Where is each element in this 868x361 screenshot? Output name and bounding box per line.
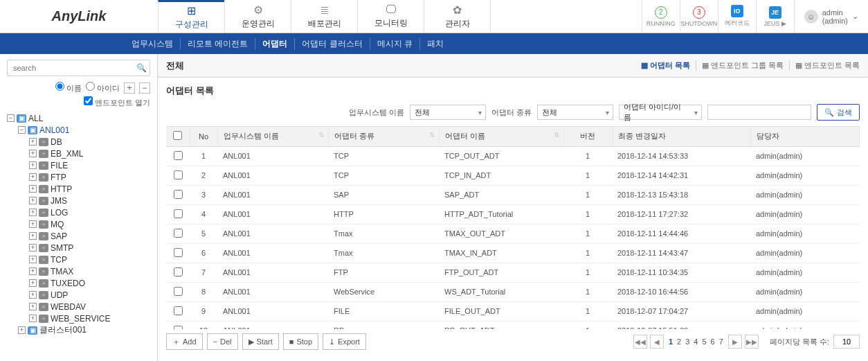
tree-item-web_service[interactable]: +▫WEB_SERVICE [29, 312, 150, 324]
filter-biz-select[interactable]: 전체 [410, 105, 486, 120]
page-7[interactable]: 7 [717, 337, 725, 346]
page-2[interactable]: 2 [675, 337, 683, 346]
tree-item-db[interactable]: +▫DB [29, 136, 150, 148]
table-row[interactable]: 8ANL001WebServiceWS_ADT_Tutorial12018-12… [166, 282, 860, 301]
search-button[interactable]: 🔍검색 [817, 104, 860, 121]
minus-icon[interactable]: − [7, 114, 15, 122]
table-row[interactable]: 5ANL001TmaxTMAX_OUT_ADT12018-12-11 14:44… [166, 224, 860, 243]
table-row[interactable]: 2ANL001TCPTCP_IN_ADT12018-12-14 14:42:31… [166, 166, 860, 185]
sidebar-search[interactable]: 🔍 [7, 60, 150, 76]
subnav-2[interactable]: 어댑터 [255, 38, 295, 50]
filter-idname-select[interactable]: 어댑터 아이디/이름 [619, 105, 702, 120]
tab-2[interactable]: ≣배포관리 [291, 0, 357, 33]
plus-icon[interactable]: + [29, 197, 37, 204]
select-all-checkbox[interactable] [173, 131, 182, 140]
minus-icon[interactable]: − [18, 126, 26, 134]
tree-anl001[interactable]: −▣ANL001 [18, 124, 150, 136]
export-button[interactable]: ⤓Export [323, 333, 366, 350]
page-3[interactable]: 3 [683, 337, 691, 346]
row-checkbox[interactable] [174, 229, 183, 238]
filter-type-select[interactable]: 전체 [537, 105, 613, 120]
search-icon[interactable]: 🔍 [136, 63, 147, 73]
pager-first[interactable]: ◀◀ [633, 335, 647, 349]
tab-3[interactable]: 🖵모니터링 [357, 0, 424, 33]
row-checkbox[interactable] [174, 151, 183, 160]
subnav-1[interactable]: 리모트 에이전트 [181, 38, 255, 50]
status-shutdown[interactable]: 3 SHUTDOWN [680, 0, 718, 33]
row-checkbox[interactable] [174, 306, 183, 315]
status-errorcode[interactable]: IO 에러코드 [718, 0, 756, 33]
start-button[interactable]: ▶Start [242, 333, 279, 350]
col-ver[interactable]: 버전 [563, 127, 612, 146]
tree-item-webdav[interactable]: +▫WEBDAV [29, 301, 150, 312]
table-row[interactable]: 6ANL001TmaxTMAX_IN_ADT12018-12-11 14:43:… [166, 243, 860, 263]
perpage-input[interactable] [833, 335, 860, 349]
plus-icon[interactable]: + [29, 209, 37, 216]
plus-icon[interactable]: + [18, 326, 26, 334]
plus-icon[interactable]: + [29, 267, 37, 275]
tree-item-jms[interactable]: +▫JMS [29, 195, 150, 206]
table-row[interactable]: 9ANL001FILEFILE_OUT_ADT12018-12-07 17:04… [166, 301, 860, 321]
view-link-0[interactable]: ▦ 어댑터 목록 [635, 60, 690, 71]
tab-1[interactable]: ⚙운영관리 [224, 0, 291, 33]
plus-icon[interactable]: + [29, 150, 37, 157]
page-1[interactable]: 1 [667, 337, 675, 346]
add-button[interactable]: ＋Add [166, 333, 203, 350]
subnav-5[interactable]: 패치 [420, 38, 451, 50]
search-input[interactable] [10, 64, 136, 72]
plus-icon[interactable]: + [29, 161, 37, 169]
stop-button[interactable]: ■Stop [283, 333, 318, 350]
page-6[interactable]: 6 [709, 337, 717, 346]
del-button[interactable]: −Del [207, 333, 238, 350]
tree-item-ftp[interactable]: +▫FTP [29, 171, 150, 183]
tree-item-tmax[interactable]: +▫TMAX [29, 265, 150, 277]
subnav-0[interactable]: 업무시스템 [125, 38, 181, 50]
tree-item-mq[interactable]: +▫MQ [29, 218, 150, 230]
view-link-2[interactable]: ▦ 엔드포인트 목록 [789, 60, 860, 71]
tree-item-tuxedo[interactable]: +▫TUXEDO [29, 277, 150, 289]
status-running[interactable]: 2 RUNNING [642, 0, 680, 33]
row-checkbox[interactable] [174, 170, 183, 179]
pager-last[interactable]: ▶▶ [745, 335, 759, 349]
radio-id[interactable]: 아이디 [86, 82, 120, 94]
col-type[interactable]: 어댑터 종류⇅ [328, 127, 439, 146]
col-no[interactable]: No [190, 127, 217, 146]
tree-item-tcp[interactable]: +▫TCP [29, 254, 150, 265]
row-checkbox[interactable] [174, 248, 183, 257]
row-checkbox[interactable] [174, 267, 183, 276]
col-owner[interactable]: 담당자 [750, 127, 860, 146]
table-row[interactable]: 7ANL001FTPFTP_OUT_ADT12018-12-11 10:34:3… [166, 263, 860, 282]
plus-icon[interactable]: + [29, 138, 37, 146]
col-date[interactable]: 최종 변경일자 [612, 127, 750, 146]
plus-icon[interactable]: + [29, 291, 37, 299]
plus-icon[interactable]: + [29, 303, 37, 310]
row-checkbox[interactable] [174, 287, 183, 296]
plus-icon[interactable]: + [29, 315, 37, 322]
user-menu[interactable]: ☺ admin (admin) ⌄ [794, 0, 868, 33]
radio-name[interactable]: 이름 [55, 82, 82, 94]
subnav-3[interactable]: 어댑터 클러스터 [295, 38, 370, 50]
plus-icon[interactable]: + [29, 279, 37, 287]
tab-0[interactable]: ⊞구성관리 [158, 0, 224, 33]
plus-icon[interactable]: + [29, 244, 37, 252]
col-name[interactable]: 어댑터 이름⇅ [439, 127, 563, 146]
plus-icon[interactable]: + [29, 173, 37, 181]
tree-cluster[interactable]: +▣클러스터001 [18, 324, 150, 336]
plus-icon[interactable]: + [29, 220, 37, 228]
tree-item-file[interactable]: +▫FILE [29, 159, 150, 171]
subnav-4[interactable]: 메시지 큐 [370, 38, 420, 50]
endpoint-open-checkbox[interactable]: 엔드포인트 열기 [84, 96, 150, 108]
page-4[interactable]: 4 [691, 337, 700, 346]
table-row[interactable]: 10ANL001DBDB_OUT_ADT12018-12-07 15:51:39… [166, 321, 860, 329]
row-checkbox[interactable] [174, 209, 183, 218]
table-row[interactable]: 4ANL001HTTPHTTP_ADT_Tutorial12018-12-11 … [166, 204, 860, 224]
page-5[interactable]: 5 [700, 337, 708, 346]
table-row[interactable]: 1ANL001TCPTCP_OUT_ADT12018-12-14 14:53:3… [166, 146, 860, 166]
tree-item-http[interactable]: +▫HTTP [29, 183, 150, 195]
pager-next[interactable]: ▶ [728, 335, 742, 349]
plus-icon[interactable]: + [29, 185, 37, 193]
tree-item-sap[interactable]: +▫SAP [29, 230, 150, 242]
plus-icon[interactable]: + [29, 232, 37, 240]
tree-item-smtp[interactable]: +▫SMTP [29, 242, 150, 254]
tree-item-udp[interactable]: +▫UDP [29, 289, 150, 301]
